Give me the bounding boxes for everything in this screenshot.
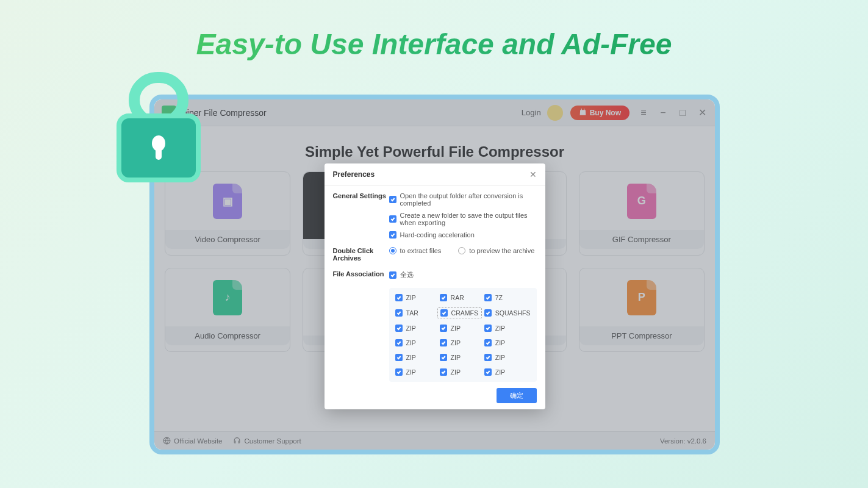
checkbox[interactable] (484, 294, 492, 301)
checkbox[interactable] (395, 354, 403, 361)
checkbox[interactable] (440, 325, 447, 332)
checkbox[interactable] (389, 231, 396, 239)
file-type-label: ZIP (406, 354, 416, 361)
modal-title: Preferences (333, 170, 375, 179)
checkbox[interactable] (395, 325, 403, 332)
checkbox[interactable] (484, 309, 492, 317)
pref-item: Open the output folder after conversion … (400, 192, 537, 207)
file-assoc-item[interactable]: ZIP (484, 368, 531, 376)
file-type-label: ZIP (406, 339, 416, 346)
checkbox[interactable] (484, 368, 492, 376)
file-assoc-item[interactable]: ZIP (440, 368, 479, 376)
radio-extract[interactable] (389, 247, 396, 254)
file-type-label: RAR (451, 294, 464, 301)
file-type-label: ZIP (495, 339, 505, 346)
file-type-label: ZIP (406, 325, 416, 332)
banner-title: Easy-to Use Interface and Ad-Free (196, 27, 672, 61)
checkbox[interactable] (440, 354, 447, 361)
checkbox[interactable] (395, 368, 403, 376)
file-type-label: 7Z (495, 294, 503, 301)
file-assoc-item[interactable]: ZIP (395, 339, 435, 346)
checkbox[interactable] (484, 354, 492, 361)
pref-item: Create a new folder to save the output f… (400, 212, 537, 226)
file-assoc-item[interactable]: ZIP (484, 354, 531, 361)
file-assoc-item[interactable]: TAR (395, 309, 435, 317)
checkbox[interactable] (395, 294, 403, 301)
checkbox[interactable] (484, 339, 492, 346)
checkbox[interactable] (389, 196, 396, 203)
file-assoc-item[interactable]: ZIP (440, 354, 479, 361)
pref-item: Hard-coding acceleration (400, 231, 475, 239)
file-assoc-item[interactable]: ZIP (440, 325, 479, 332)
checkbox[interactable] (440, 294, 447, 301)
preferences-modal: Preferences ✕ General Settings Open the … (325, 163, 545, 409)
checkbox[interactable] (395, 339, 403, 346)
file-type-label: ZIP (451, 368, 461, 376)
app-window: hiper File Compressor Login Buy Now ≡ − … (149, 95, 720, 454)
file-assoc-item[interactable]: ZIP (395, 294, 435, 301)
checkbox[interactable] (395, 309, 403, 317)
svg-rect-4 (156, 146, 162, 160)
general-settings-label: General Settings (333, 192, 389, 199)
radio-label: to extract files (400, 247, 442, 254)
checkbox[interactable] (484, 325, 492, 332)
file-association-label: File Association (333, 270, 389, 278)
checkbox[interactable] (440, 368, 447, 376)
file-assoc-item[interactable]: ZIP (395, 325, 435, 332)
file-type-label: ZIP (451, 339, 461, 346)
file-type-label: ZIP (495, 354, 505, 361)
file-type-label: ZIP (406, 368, 416, 376)
file-assoc-item[interactable]: ZIP (395, 368, 435, 376)
file-assoc-item[interactable]: ZIP (440, 339, 479, 346)
file-type-label: TAR (406, 309, 418, 317)
radio-label: to preview the archive (469, 247, 534, 254)
file-type-label: CRAMFS (451, 309, 478, 317)
checkbox[interactable] (389, 215, 396, 223)
file-type-label: ZIP (451, 325, 461, 332)
file-assoc-item[interactable]: ZIP (484, 325, 531, 332)
modal-close-icon[interactable]: ✕ (529, 170, 537, 179)
file-type-label: ZIP (495, 325, 505, 332)
file-association-list: ZIPRAR7ZTARCRAMFSSQUASHFSZIPZIPZIPZIPZIP… (389, 288, 537, 382)
confirm-button[interactable]: 确定 (497, 388, 537, 403)
file-assoc-item[interactable]: 7Z (484, 294, 531, 301)
file-type-label: SQUASHFS (495, 309, 531, 317)
checkbox-select-all[interactable] (389, 271, 396, 279)
file-assoc-item[interactable]: ZIP (395, 354, 435, 361)
file-type-label: ZIP (406, 294, 416, 301)
file-type-label: ZIP (451, 354, 461, 361)
file-type-label: ZIP (495, 368, 505, 376)
file-assoc-item[interactable]: SQUASHFS (484, 309, 531, 317)
doubleclick-label: Double Click Archives (333, 247, 389, 262)
select-all-label: 全选 (400, 270, 414, 279)
file-assoc-item[interactable]: RAR (440, 294, 479, 301)
checkbox[interactable] (440, 339, 447, 346)
file-assoc-item[interactable]: ZIP (484, 339, 531, 346)
checkbox[interactable] (440, 309, 448, 317)
file-assoc-item[interactable]: CRAMFS (437, 307, 482, 318)
lock-icon (113, 70, 204, 185)
radio-preview[interactable] (458, 247, 465, 254)
